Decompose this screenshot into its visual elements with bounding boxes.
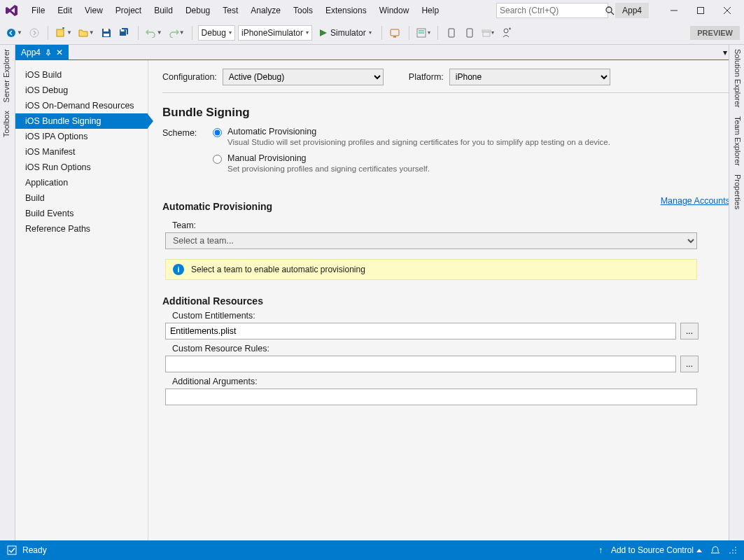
menu-view[interactable]: View xyxy=(78,1,109,20)
status-ready: Ready xyxy=(22,545,47,555)
team-explorer-tab[interactable]: Team Explorer xyxy=(729,112,744,170)
solution-name-badge[interactable]: App4 xyxy=(615,3,649,18)
svg-point-25 xyxy=(735,547,736,548)
device-log-button[interactable]: ▾ xyxy=(415,25,432,41)
entitlements-browse-button[interactable]: ... xyxy=(680,323,699,340)
scheme-manual-title: Manual Provisioning xyxy=(227,153,430,163)
right-tool-tabs: Solution Explorer Team Explorer Properti… xyxy=(729,45,744,540)
search-input[interactable] xyxy=(500,6,605,15)
solution-platform-dropdown[interactable]: iPhoneSimulator▾ xyxy=(238,25,312,41)
nav-ios-ipa[interactable]: iOS IPA Options xyxy=(15,129,148,144)
start-debug-button[interactable]: Simulator▾ xyxy=(315,25,376,41)
svg-rect-10 xyxy=(104,34,109,36)
info-text: Select a team to enable automatic provis… xyxy=(191,265,365,274)
feedback-button[interactable] xyxy=(498,25,517,41)
doc-tab-app4[interactable]: App4 ✕ xyxy=(15,45,69,60)
nav-reference-paths[interactable]: Reference Paths xyxy=(15,221,148,237)
menu-analyze[interactable]: Analyze xyxy=(244,1,287,20)
menu-window[interactable]: Window xyxy=(373,1,416,20)
svg-point-30 xyxy=(735,552,736,554)
minimize-button[interactable] xyxy=(661,0,687,21)
nav-back-button[interactable]: ▼ xyxy=(4,25,24,41)
separator xyxy=(138,26,139,40)
team-dropdown[interactable]: Select a team... xyxy=(165,232,697,249)
nav-ios-run[interactable]: iOS Run Options xyxy=(15,160,148,175)
scheme-manual-desc: Set provisioning profiles and signing ce… xyxy=(227,164,430,173)
menu-build[interactable]: Build xyxy=(148,1,179,20)
svg-rect-18 xyxy=(467,29,472,37)
svg-point-26 xyxy=(732,550,734,551)
menu-tools[interactable]: Tools xyxy=(287,1,319,20)
svg-rect-13 xyxy=(393,36,396,38)
redo-button[interactable]: ▼ xyxy=(167,25,186,41)
nav-ios-ondemand[interactable]: iOS On-Demand Resources xyxy=(15,98,148,113)
open-file-button[interactable]: ▼ xyxy=(76,25,96,41)
info-icon: i xyxy=(173,264,184,275)
svg-point-0 xyxy=(606,7,612,13)
resource-rules-browse-button[interactable]: ... xyxy=(680,356,699,372)
solution-explorer-tab[interactable]: Solution Explorer xyxy=(729,45,744,112)
close-tab-icon[interactable]: ✕ xyxy=(56,48,63,57)
pair-mac-button[interactable] xyxy=(388,25,403,41)
nav-ios-build[interactable]: iOS Build xyxy=(15,67,148,83)
manage-accounts-link[interactable]: Manage Accounts xyxy=(661,196,730,206)
svg-rect-3 xyxy=(698,8,704,14)
archive-button[interactable]: ▾ xyxy=(480,25,496,41)
device-button-1[interactable] xyxy=(444,25,459,41)
source-control-button[interactable]: Add to Source Control xyxy=(611,545,702,555)
scheme-auto-desc: Visual Studio will set provisioning prof… xyxy=(227,138,610,146)
additional-resources-heading: Additional Resources xyxy=(162,295,730,307)
menu-extensions[interactable]: Extensions xyxy=(319,1,373,20)
info-banner: i Select a team to enable automatic prov… xyxy=(165,259,697,280)
svg-point-27 xyxy=(735,550,736,551)
svg-rect-8 xyxy=(57,29,64,36)
menu-help[interactable]: Help xyxy=(415,1,445,20)
server-explorer-tab[interactable]: Server Explorer xyxy=(0,45,15,106)
scheme-manual-radio[interactable] xyxy=(213,155,222,164)
menu-debug[interactable]: Debug xyxy=(179,1,216,20)
team-label: Team: xyxy=(172,220,730,230)
save-all-button[interactable] xyxy=(117,25,132,41)
nav-forward-button[interactable] xyxy=(27,25,42,41)
entitlements-input[interactable] xyxy=(165,323,676,340)
new-project-button[interactable]: ▼ xyxy=(54,25,73,41)
preview-badge[interactable]: PREVIEW xyxy=(690,26,740,40)
publish-icon[interactable]: ↑ xyxy=(598,545,603,555)
maximize-button[interactable] xyxy=(688,0,713,21)
device-button-2[interactable] xyxy=(462,25,477,41)
additional-args-input[interactable] xyxy=(165,388,697,405)
quick-launch-search[interactable] xyxy=(496,3,608,18)
resource-rules-input[interactable] xyxy=(165,356,676,372)
configuration-dropdown[interactable]: Active (Debug) xyxy=(223,69,384,85)
standard-toolbar: ▼ ▼ ▼ ▼ ▼ Debug▾ iPhoneSimulator▾ Simula… xyxy=(0,21,744,45)
menu-edit[interactable]: Edit xyxy=(51,1,78,20)
save-button[interactable] xyxy=(99,25,114,41)
svg-rect-12 xyxy=(391,29,399,36)
notifications-icon[interactable] xyxy=(710,545,720,555)
toolbox-tab[interactable]: Toolbox xyxy=(0,106,15,141)
separator xyxy=(381,26,382,40)
nav-ios-bundle-signing[interactable]: iOS Bundle Signing xyxy=(15,113,148,129)
nav-build[interactable]: Build xyxy=(15,190,148,206)
separator xyxy=(409,26,409,40)
menu-test[interactable]: Test xyxy=(216,1,244,20)
nav-build-events[interactable]: Build Events xyxy=(15,206,148,221)
svg-point-21 xyxy=(504,29,508,33)
undo-button[interactable]: ▼ xyxy=(144,25,164,41)
pin-icon[interactable] xyxy=(45,49,52,56)
properties-tab[interactable]: Properties xyxy=(729,170,744,214)
nav-application[interactable]: Application xyxy=(15,175,148,190)
scheme-label: Scheme: xyxy=(162,127,204,180)
menu-file[interactable]: File xyxy=(25,1,51,20)
nav-ios-debug[interactable]: iOS Debug xyxy=(15,83,148,98)
close-button[interactable] xyxy=(715,0,740,21)
scheme-auto-radio[interactable] xyxy=(213,128,222,137)
nav-ios-manifest[interactable]: iOS Manifest xyxy=(15,144,148,160)
solution-config-dropdown[interactable]: Debug▾ xyxy=(198,25,235,41)
entitlements-label: Custom Entitlements: xyxy=(172,311,730,321)
menu-project[interactable]: Project xyxy=(109,1,148,20)
platform-dropdown[interactable]: iPhone xyxy=(449,69,610,85)
separator xyxy=(48,26,48,40)
svg-point-29 xyxy=(732,552,734,554)
platform-label: Platform: xyxy=(409,72,444,82)
